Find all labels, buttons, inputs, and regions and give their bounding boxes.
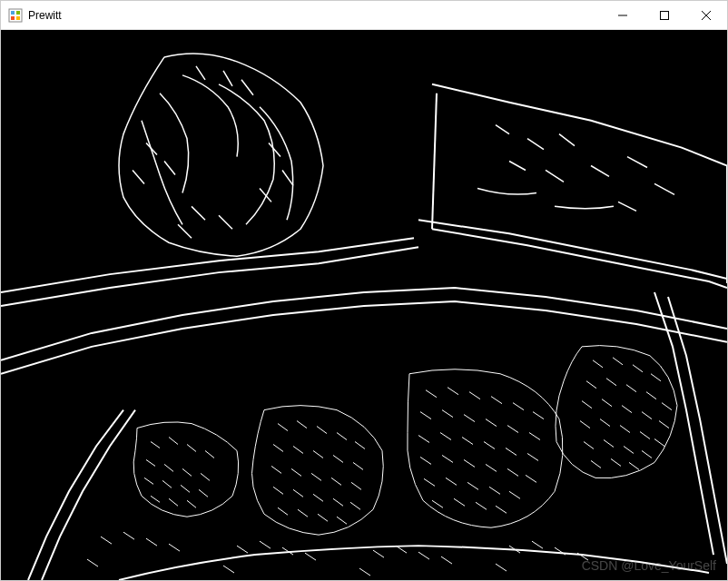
close-icon (702, 11, 711, 20)
minimize-icon (618, 11, 627, 20)
app-window: Prewitt (0, 0, 728, 581)
window-controls (602, 1, 727, 29)
image-viewport: CSDN @Love_YourSelf (1, 30, 727, 580)
svg-rect-1 (11, 11, 15, 15)
svg-rect-3 (11, 16, 15, 20)
maximize-icon (660, 11, 669, 20)
titlebar: Prewitt (1, 1, 727, 30)
app-icon (8, 8, 23, 23)
window-title: Prewitt (28, 9, 602, 22)
svg-rect-6 (661, 11, 669, 19)
svg-rect-4 (16, 16, 20, 20)
edge-image (1, 30, 727, 580)
maximize-button[interactable] (644, 1, 685, 29)
svg-rect-2 (16, 11, 20, 15)
minimize-button[interactable] (602, 1, 644, 29)
close-button[interactable] (685, 1, 727, 29)
